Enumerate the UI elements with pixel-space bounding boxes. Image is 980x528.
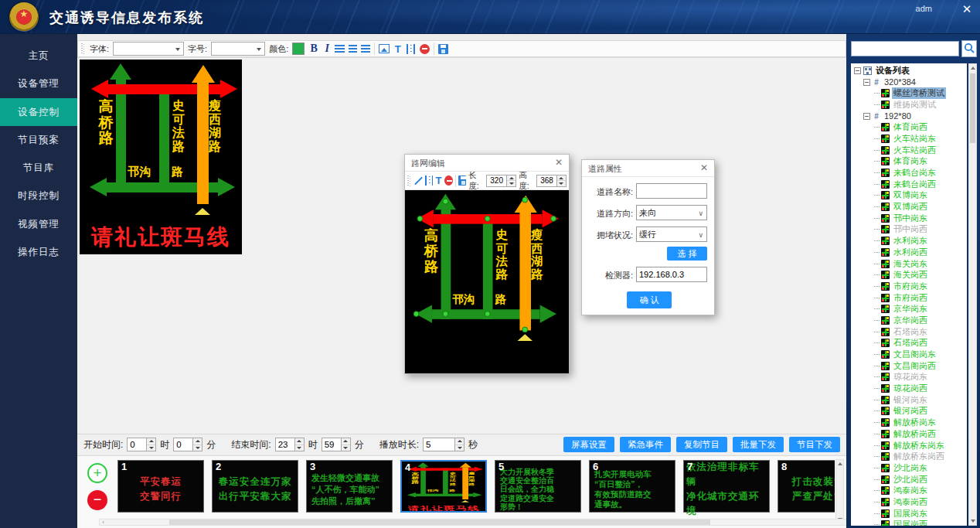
scrollbar-thumb[interactable] bbox=[970, 73, 975, 143]
tree-item-label[interactable]: 火车站岗东 bbox=[892, 133, 937, 145]
spin-down-icon[interactable] bbox=[342, 445, 350, 451]
select-button[interactable]: 选 择 bbox=[667, 247, 707, 261]
device-group-node[interactable]: #320*384 bbox=[851, 77, 967, 88]
control-point-dot[interactable] bbox=[417, 216, 424, 222]
spin-down-icon[interactable] bbox=[455, 445, 464, 451]
sidebar-item[interactable]: 视频管理 bbox=[0, 210, 77, 238]
device-tree-item[interactable]: 国展岗东 bbox=[851, 508, 967, 519]
sidebar-item[interactable]: 节目库 bbox=[0, 154, 77, 182]
device-tree-item[interactable]: 邗中岗东 bbox=[851, 213, 967, 224]
font-size-select[interactable] bbox=[211, 42, 265, 56]
device-tree-item[interactable]: 解放桥岗东 bbox=[851, 417, 967, 428]
duration-input[interactable] bbox=[423, 438, 455, 451]
device-tree-item[interactable]: 来鹤台岗东 bbox=[851, 167, 967, 179]
italic-icon[interactable]: I bbox=[323, 43, 331, 55]
sidebar-item[interactable]: 操作日志 bbox=[0, 238, 77, 266]
search-button[interactable] bbox=[961, 40, 977, 57]
device-tree-item[interactable]: 琼花岗西 bbox=[851, 383, 967, 394]
scrollbar-thumb[interactable] bbox=[169, 519, 710, 525]
tree-item-label[interactable]: 海关岗西 bbox=[892, 269, 929, 281]
user-name[interactable]: adm bbox=[916, 4, 932, 13]
image-icon[interactable] bbox=[379, 44, 390, 53]
tree-item-label[interactable]: 双博岗东 bbox=[892, 189, 929, 201]
device-tree-item[interactable]: 文昌阁岗东 bbox=[851, 349, 967, 360]
device-tree-item[interactable]: 螺丝湾桥测试 bbox=[851, 87, 967, 99]
program-thumbnail[interactable]: 春运安全连万家出行平安靠大家2 bbox=[212, 460, 298, 513]
device-tree-item[interactable]: 石塔岗西 bbox=[851, 338, 967, 349]
program-thumbnail[interactable]: 大力开展秋冬季交通安全整治百日会战，全力稳定道路交通安全形势！5 bbox=[495, 460, 581, 513]
device-tree-item[interactable]: 琼花岗东 bbox=[851, 372, 967, 383]
dialog-titlebar[interactable]: 道路属性 ✕ bbox=[582, 160, 714, 177]
control-point-dot[interactable] bbox=[550, 216, 556, 222]
tree-item-label[interactable]: 双博岗西 bbox=[892, 201, 929, 213]
length-input[interactable] bbox=[486, 175, 507, 187]
scroll-left-icon[interactable]: ‹ bbox=[100, 519, 107, 525]
scroll-up-icon[interactable] bbox=[969, 64, 976, 72]
tree-item-label[interactable]: 京华岗西 bbox=[892, 315, 929, 326]
close-icon[interactable]: ✕ bbox=[699, 162, 709, 173]
device-tree-item[interactable]: 水利岗西 bbox=[851, 247, 967, 258]
tree-item-label[interactable]: 解放桥东岗西 bbox=[892, 451, 946, 462]
device-tree-item[interactable]: 水利岗东 bbox=[851, 235, 967, 247]
device-tree-item[interactable]: 解放桥东岗西 bbox=[851, 451, 967, 462]
device-tree-item[interactable]: 文昌阁岗西 bbox=[851, 360, 967, 372]
tree-item-label[interactable]: 邗中岗东 bbox=[892, 213, 929, 224]
sidebar-item[interactable]: 节目预案 bbox=[0, 126, 77, 154]
tree-item-label[interactable]: 京华岗东 bbox=[892, 303, 929, 315]
schedule-action-button[interactable]: 节目下发 bbox=[789, 437, 840, 452]
spin-down-icon[interactable] bbox=[295, 445, 304, 451]
device-tree-item[interactable]: 京华岗东 bbox=[851, 303, 967, 315]
align-center-icon[interactable] bbox=[349, 45, 357, 53]
device-group-node[interactable]: #192*80 bbox=[851, 111, 967, 122]
tree-item-label[interactable]: 沙北岗西 bbox=[892, 474, 929, 485]
program-thumbnail[interactable]: 扎实开展电动车“百日整治”，有效预防道路交通事故。6 bbox=[589, 460, 675, 513]
tree-item-label[interactable]: 192*80 bbox=[883, 111, 913, 121]
tree-item-label[interactable]: 邗中岗西 bbox=[892, 223, 929, 235]
device-tree-item[interactable]: 国展岗西 bbox=[851, 519, 967, 526]
device-tree-root[interactable]: 设备列表 bbox=[851, 65, 967, 77]
device-tree-item[interactable]: 邗中岗西 bbox=[851, 224, 967, 236]
program-thumbnail[interactable]: 依法治理非标车辆净化城市交通环境7 bbox=[683, 460, 770, 513]
scroll-down-icon[interactable] bbox=[969, 517, 976, 525]
tree-item-label[interactable]: 石塔岗东 bbox=[892, 326, 929, 338]
end-hour-input[interactable] bbox=[275, 438, 295, 451]
device-tree-item[interactable]: 石塔岗东 bbox=[851, 326, 967, 338]
design-canvas[interactable]: 高 桥 路史 可 法 路瘦 西 湖 路邗沟路请礼让斑马线 路网编辑 ✕ T 长度… bbox=[77, 57, 846, 434]
spin-up-icon[interactable] bbox=[295, 438, 304, 445]
tree-item-label[interactable]: 体育岗东 bbox=[892, 155, 929, 167]
device-tree-item[interactable]: 市府岗东 bbox=[851, 281, 967, 292]
road-direction-select[interactable]: 来向 bbox=[636, 205, 707, 220]
tree-item-label[interactable]: 螺丝湾桥测试 bbox=[892, 87, 946, 99]
detector-input[interactable] bbox=[636, 267, 707, 282]
tree-item-label[interactable]: 琼花岗东 bbox=[892, 371, 929, 383]
tree-item-label[interactable]: 来鹤台岗西 bbox=[892, 179, 937, 190]
close-icon[interactable]: ✕ bbox=[553, 157, 564, 168]
device-tree-item[interactable]: 银河岗东 bbox=[851, 394, 967, 406]
spin-up-icon[interactable] bbox=[193, 438, 202, 445]
control-point-dot[interactable] bbox=[485, 216, 491, 222]
tree-item-label[interactable]: 解放桥岗东 bbox=[892, 417, 937, 428]
align-right-icon[interactable] bbox=[361, 45, 370, 53]
remove-program-button[interactable]: − bbox=[87, 490, 107, 510]
device-tree-item[interactable]: 体育岗东 bbox=[851, 156, 967, 168]
spin-up-icon[interactable] bbox=[507, 175, 516, 182]
device-tree-item[interactable]: 沙北岗西 bbox=[851, 474, 967, 485]
device-tree-item[interactable]: 维扬岗测试 bbox=[851, 99, 967, 111]
road-name-input[interactable] bbox=[636, 183, 707, 199]
font-select[interactable] bbox=[113, 42, 184, 56]
sidebar-item[interactable]: 时段控制 bbox=[0, 182, 77, 209]
tree-item-label[interactable]: 文昌阁岗东 bbox=[892, 349, 937, 360]
collapse-expander-icon[interactable] bbox=[863, 79, 870, 86]
delete-icon[interactable] bbox=[444, 175, 453, 186]
road-network-icon[interactable] bbox=[406, 44, 416, 54]
device-tree-item[interactable]: 体育岗西 bbox=[851, 121, 967, 133]
tree-item-label[interactable]: 石塔岗西 bbox=[892, 337, 929, 349]
device-tree-item[interactable]: 火车站岗东 bbox=[851, 133, 967, 145]
tree-item-label[interactable]: 文昌阁岗西 bbox=[892, 360, 937, 372]
spin-up-icon[interactable] bbox=[342, 438, 350, 445]
control-point-dot[interactable] bbox=[443, 199, 449, 205]
tree-item-label[interactable]: 银河岗东 bbox=[892, 394, 929, 406]
control-point-dot[interactable] bbox=[443, 311, 449, 317]
device-tree-item[interactable]: 海关岗西 bbox=[851, 269, 967, 281]
playlist-horizontal-scrollbar[interactable]: ‹ bbox=[99, 519, 912, 526]
